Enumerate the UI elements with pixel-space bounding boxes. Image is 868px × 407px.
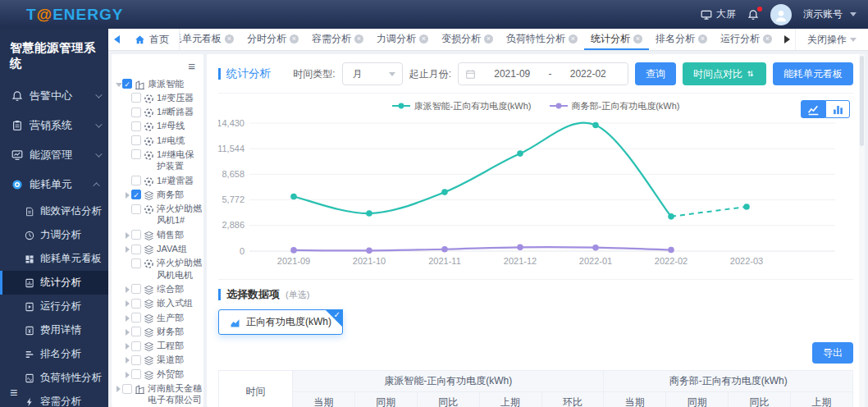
sidebar-item[interactable]: 能耗单元 (0, 170, 108, 199)
tree-expand-slot[interactable] (124, 340, 131, 350)
notifications-button[interactable] (747, 9, 759, 21)
tree-expand-slot[interactable] (115, 78, 122, 87)
tree-checkbox[interactable] (131, 121, 141, 131)
time-compare-button[interactable]: 时间点对比 (683, 62, 766, 85)
tabs-scroll-left-button[interactable] (108, 29, 125, 50)
tree-checkbox[interactable] (131, 93, 141, 103)
tab-item[interactable]: 容需分析× (305, 29, 370, 50)
tree-item[interactable]: 1#母线 (115, 119, 202, 133)
tab-item[interactable]: 变损分析× (435, 29, 500, 50)
sidebar-item[interactable]: 能源管理 (0, 140, 108, 170)
tree-item[interactable]: 渠道部 (115, 353, 202, 367)
tree-expand-slot[interactable] (124, 189, 131, 199)
export-button[interactable]: 导出 (812, 342, 853, 364)
tab-close-icon[interactable]: × (763, 34, 772, 43)
tree-checkbox[interactable] (131, 245, 141, 254)
tree-item[interactable]: 淬火炉助燃风机1# (115, 202, 202, 228)
month-range-picker[interactable]: 2021-09 - 2022-02 (458, 62, 628, 85)
tab-close-icon[interactable]: × (633, 34, 642, 43)
tab-close-icon[interactable]: × (569, 34, 578, 43)
tree-item[interactable]: ✓康派智能 (115, 76, 202, 90)
tab-close-icon[interactable]: × (698, 34, 707, 43)
tab-item[interactable]: 分时分析× (240, 29, 305, 50)
tree-expand-slot[interactable] (115, 382, 122, 392)
panel-scrollbar[interactable] (859, 54, 865, 407)
tree-item[interactable]: ✓商务部 (115, 187, 202, 201)
tree-item[interactable]: 销售部 (115, 227, 202, 241)
tab-item[interactable]: 运行分析× (714, 29, 779, 50)
tree-item[interactable]: 淬火炉助燃风机电机 (115, 256, 202, 282)
tab-close-icon[interactable]: × (354, 34, 363, 43)
tree-checkbox[interactable] (131, 176, 141, 185)
tree-item[interactable]: 工程部 (115, 339, 202, 353)
tree-expand-slot[interactable] (124, 368, 131, 378)
tree-checkbox[interactable] (131, 341, 141, 351)
tree-checkbox[interactable] (131, 327, 141, 336)
sidebar-subitem[interactable]: 排名分析 (0, 342, 108, 366)
tree-checkbox[interactable] (122, 384, 132, 394)
sidebar-subitem[interactable]: 运行分析 (0, 295, 108, 318)
tree-expand-slot[interactable] (124, 297, 131, 307)
tab-item[interactable]: 力调分析× (370, 29, 435, 50)
tree-item[interactable]: 生产部 (115, 310, 202, 324)
tree-checkbox[interactable] (131, 284, 141, 294)
close-operations-menu[interactable]: 关闭操作 (795, 29, 868, 50)
tree-menu-icon[interactable]: ≡ (115, 57, 202, 76)
tree-expand-slot[interactable] (124, 229, 131, 239)
unit-kanban-button[interactable]: 能耗单元看板 (773, 62, 853, 85)
scrollbar-thumb[interactable] (860, 56, 864, 146)
tree-checkbox[interactable] (131, 204, 141, 214)
tree-checkbox[interactable] (131, 313, 141, 322)
tree-expand-slot[interactable] (124, 326, 131, 336)
data-item-forward-active-energy[interactable]: 正向有功电度(kWh) ✓ (218, 309, 343, 335)
legend-item[interactable]: 商务部-正向有功电度(kWh) (550, 100, 680, 112)
tab-home[interactable]: 首页 (125, 29, 180, 50)
tab-close-icon[interactable]: × (290, 34, 299, 43)
sidebar-subitem[interactable]: 统计分析 (0, 271, 108, 295)
sidebar-subitem[interactable]: 力调分析 (0, 223, 108, 247)
tree-checkbox[interactable] (131, 369, 141, 379)
query-button[interactable]: 查询 (635, 62, 676, 85)
tree-item[interactable]: JAVA组 (115, 242, 202, 256)
time-type-select[interactable]: 月 (342, 62, 403, 85)
tree-item[interactable]: 1#继电保护装置 (115, 147, 202, 173)
tree-checkbox[interactable] (131, 230, 141, 240)
tab-close-icon[interactable]: × (419, 34, 428, 43)
tree-checkbox[interactable] (131, 149, 141, 159)
tree-checkbox[interactable] (131, 135, 141, 145)
sidebar-item[interactable]: 营销系统 (0, 111, 108, 140)
tab-item[interactable]: 能耗单元看板× (180, 29, 240, 50)
tree-item[interactable]: 1#变压器 (115, 90, 202, 104)
tree-expand-slot[interactable] (124, 243, 131, 253)
tree-expand-slot[interactable] (124, 354, 131, 364)
tree-checkbox[interactable] (131, 258, 141, 268)
big-screen-button[interactable]: 大屏 (701, 7, 736, 21)
tab-item[interactable]: 排名分析× (649, 29, 714, 50)
tree-checkbox[interactable]: ✓ (131, 190, 141, 199)
tree-checkbox[interactable] (131, 299, 141, 309)
legend-item[interactable]: 康派智能-正向有功电度(kWh) (392, 100, 532, 112)
tree-item[interactable]: 综合部 (115, 281, 202, 295)
tree-expand-slot[interactable] (124, 312, 131, 322)
sidebar-collapse-button[interactable]: ≡ (10, 386, 17, 400)
tree-expand-slot[interactable] (124, 283, 131, 293)
bar-chart-toggle[interactable] (825, 100, 850, 118)
sidebar-item[interactable]: 告警中心 (0, 81, 108, 111)
tree-checkbox[interactable] (131, 107, 141, 117)
tab-item[interactable]: 统计分析× (584, 29, 649, 50)
tab-close-icon[interactable]: × (225, 34, 234, 43)
tree-item[interactable]: 1#电缆 (115, 133, 202, 147)
sidebar-subitem[interactable]: 费用详情 (0, 318, 108, 342)
account-menu[interactable]: 演示账号 (803, 7, 857, 21)
tab-close-icon[interactable]: × (484, 34, 493, 43)
tree-checkbox[interactable] (131, 355, 141, 365)
tree-item[interactable]: 财务部 (115, 324, 202, 338)
avatar[interactable] (770, 4, 792, 25)
tree-item[interactable]: 1#断路器 (115, 105, 202, 119)
tree-checkbox[interactable]: ✓ (122, 79, 132, 89)
line-chart-toggle[interactable] (801, 100, 825, 118)
sidebar-subitem[interactable]: 能耗单元看板 (0, 247, 108, 271)
tree-item[interactable]: 河南航天金穗电子有限公司 (115, 382, 202, 407)
tree-item[interactable]: 外贸部 (115, 367, 202, 381)
tabs-scroll-right-button[interactable] (779, 29, 795, 50)
